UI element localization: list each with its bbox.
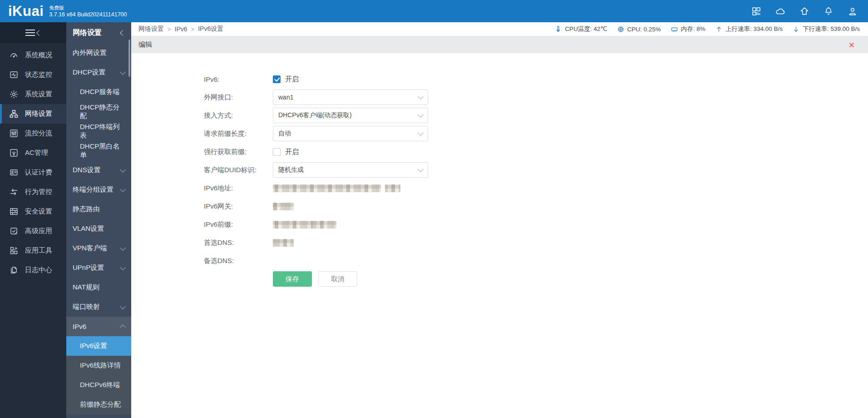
- select-field[interactable]: wan1: [273, 90, 428, 105]
- submenu-item-label: DHCP设置: [73, 68, 106, 77]
- sidebar-item-label: 状态监控: [25, 70, 52, 79]
- breadcrumb-separator: >: [191, 26, 195, 33]
- chevron-left-icon: [36, 30, 42, 36]
- sidebar-item-wall[interactable]: 安全设置: [0, 202, 66, 221]
- sidebar-item-gear[interactable]: 系统设置: [0, 85, 66, 104]
- apps-icon[interactable]: [751, 6, 762, 17]
- user-icon[interactable]: [847, 6, 858, 17]
- bell-icon[interactable]: [823, 6, 834, 17]
- app-tools-icon: [9, 246, 19, 255]
- sidebar-item-sliders[interactable]: 流控分流: [0, 124, 66, 143]
- select-field[interactable]: 随机生成: [273, 162, 428, 178]
- submenu-item[interactable]: 端口映射: [66, 297, 131, 317]
- submenu-item-label: DHCP黑白名单: [80, 142, 125, 159]
- sidebar-item-network[interactable]: 网络设置: [0, 104, 66, 124]
- edition-label: 免费版: [49, 5, 127, 11]
- submenu-item[interactable]: IPv6线路详情: [66, 356, 131, 375]
- submenu-item[interactable]: 前缀静态分配: [66, 395, 131, 414]
- status-item: 上行速率: 334.00 B/s: [715, 25, 783, 33]
- form-label: IPv6地址:: [204, 184, 273, 193]
- form-label: 客户端DUID标识:: [204, 166, 273, 174]
- submenu-list: 内外网设置DHCP设置DHCP服务端DHCP静态分配DHCP终端列表DHCP黑白…: [66, 43, 131, 414]
- submenu-item[interactable]: DHCPv6终端: [66, 375, 131, 395]
- form-row: 备选DNS:: [131, 253, 868, 269]
- submenu-item[interactable]: 内外网设置: [66, 43, 131, 63]
- form-row: 外网接口:wan1: [131, 90, 868, 105]
- form-row: 客户端DUID标识:随机生成: [131, 162, 868, 178]
- redacted-value: [273, 239, 294, 247]
- home-icon[interactable]: [799, 6, 810, 17]
- sidebar-item-label: 系统设置: [25, 90, 52, 99]
- submenu-header: 网络设置: [66, 22, 131, 43]
- submenu-item[interactable]: DHCP黑白名单: [66, 141, 131, 160]
- submenu-collapse-icon[interactable]: [120, 30, 126, 36]
- submenu-item-label: 内外网设置: [73, 49, 107, 57]
- hamburger-icon: [25, 30, 35, 36]
- submenu-item-label: DHCP终端列表: [80, 123, 125, 140]
- status-text: 下行速率: 539.00 B/s: [803, 25, 860, 33]
- submenu-sidebar: 网络设置 内外网设置DHCP设置DHCP服务端DHCP静态分配DHCP终端列表D…: [66, 22, 131, 418]
- sidebar-item-doc-check[interactable]: 高级应用: [0, 221, 66, 241]
- submenu-item[interactable]: DHCP静态分配: [66, 102, 131, 121]
- submenu-item[interactable]: NAT规则: [66, 278, 131, 297]
- form-row: 接入方式:DHCPv6客户端(动态获取): [131, 108, 868, 123]
- sidebar-item-monitor[interactable]: 状态监控: [0, 65, 66, 85]
- redacted-value: [273, 184, 381, 192]
- status-text: CPU温度: 42℃: [565, 25, 607, 33]
- form-label: 备选DNS:: [204, 257, 273, 265]
- submenu-item[interactable]: DHCP服务端: [66, 82, 131, 102]
- submenu-item[interactable]: DHCP终端列表: [66, 121, 131, 141]
- save-button[interactable]: 保存: [273, 271, 312, 287]
- breadcrumb-item[interactable]: IPv6: [175, 25, 187, 33]
- submenu-item[interactable]: IPv6设置: [66, 336, 131, 356]
- submenu-item-label: DHCP服务端: [80, 88, 120, 96]
- breadcrumb-item[interactable]: IPv6设置: [198, 25, 223, 33]
- cloud-icon[interactable]: [775, 6, 786, 17]
- submenu-item-label: 静态路由: [73, 205, 100, 214]
- form-row: 请求前缀长度:自动: [131, 126, 868, 141]
- form-buttons: 保存 取消: [273, 271, 868, 287]
- submenu-item[interactable]: IPv6: [66, 317, 131, 336]
- chevron-down-icon: [120, 304, 126, 309]
- sidebar-item-arrows[interactable]: 行为管控: [0, 182, 66, 202]
- chevron-down-icon: [418, 94, 424, 100]
- sidebar-item-idcard[interactable]: 认证计费: [0, 163, 66, 182]
- sidebar-item-gauge[interactable]: 系统概况: [0, 45, 66, 65]
- network-icon: [9, 109, 19, 119]
- sidebar-item-wifi[interactable]: AC管理: [0, 143, 66, 163]
- form-row: IPv6:开启: [131, 71, 868, 87]
- wifi-icon: [9, 148, 19, 158]
- submenu-item[interactable]: DHCP设置: [66, 63, 131, 82]
- menu-collapse-button[interactable]: [0, 22, 66, 43]
- edit-panel-header: 编辑 ×: [131, 36, 868, 53]
- form-label: IPv6网关:: [204, 202, 273, 211]
- redacted-value: [273, 203, 294, 210]
- sidebar-item-label: 日志中心: [25, 266, 52, 274]
- submenu-item[interactable]: 终端分组设置: [66, 180, 131, 199]
- sidebar-item-logs[interactable]: 日志中心: [0, 260, 66, 280]
- idcard-icon: [9, 168, 19, 177]
- breadcrumb-item[interactable]: 网络设置: [138, 25, 164, 33]
- close-icon[interactable]: ×: [849, 40, 854, 50]
- submenu-item[interactable]: DNS设置: [66, 160, 131, 180]
- form-control: 开启: [273, 148, 299, 156]
- breadcrumb: 网络设置>IPv6>IPv6设置: [138, 25, 223, 33]
- checkbox-checked[interactable]: [273, 75, 281, 83]
- form-row: 首选DNS:: [131, 235, 868, 250]
- submenu-item[interactable]: 静态路由: [66, 199, 131, 219]
- select-field[interactable]: DHCPv6客户端(动态获取): [273, 108, 428, 123]
- sidebar-item-label: 高级应用: [25, 227, 52, 235]
- sidebar-item-label: 流控分流: [25, 129, 52, 138]
- sidebar-item-app-tools[interactable]: 应用工具: [0, 241, 66, 260]
- submenu-item-label: VLAN设置: [73, 224, 104, 233]
- form-label: IPv6前缀:: [204, 220, 273, 229]
- icon-sidebar: 系统概况状态监控系统设置网络设置流控分流AC管理认证计费行为管控安全设置高级应用…: [0, 22, 66, 418]
- submenu-item[interactable]: UPnP设置: [66, 258, 131, 278]
- submenu-item[interactable]: VPN客户端: [66, 239, 131, 258]
- submenu-scrollbar[interactable]: [128, 40, 130, 77]
- form-control: 自动: [273, 126, 428, 141]
- submenu-item[interactable]: VLAN设置: [66, 219, 131, 239]
- checkbox[interactable]: [273, 148, 281, 156]
- select-field[interactable]: 自动: [273, 126, 428, 141]
- cancel-button[interactable]: 取消: [318, 271, 357, 287]
